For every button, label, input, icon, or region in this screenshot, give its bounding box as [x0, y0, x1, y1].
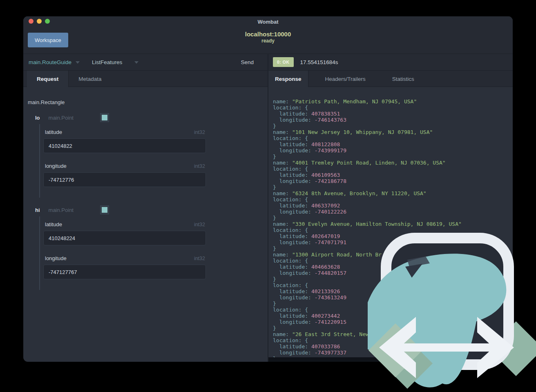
- message-set-checkbox[interactable]: [100, 206, 109, 214]
- method-select-value: ListFeatures: [92, 59, 122, 65]
- wombat-logo: [368, 228, 536, 392]
- request-pane: main.RouteGuide ListFeatures Send Reques…: [23, 54, 268, 362]
- field-proto-type: int32: [194, 163, 205, 169]
- header: Workspace localhost:10000 ready: [23, 27, 513, 53]
- hi-latitude-input[interactable]: [43, 231, 206, 245]
- chevron-down-icon: [134, 61, 138, 64]
- service-select-value: main.RouteGuide: [29, 59, 71, 65]
- send-button[interactable]: Send: [241, 59, 254, 65]
- server-address: localhost:10000: [23, 31, 513, 38]
- form-row-longitude: longitude int32: [43, 163, 206, 187]
- field-group-header: lo main.Point: [35, 112, 268, 123]
- tab-response[interactable]: Response: [268, 71, 308, 87]
- result-bar: 0: OK 17.554151684s: [268, 54, 513, 71]
- close-button[interactable]: [29, 19, 34, 24]
- request-tabbar: Request Metadata: [23, 71, 268, 87]
- connection-status: ready: [23, 38, 513, 44]
- field-type: main.Point: [49, 207, 74, 213]
- method-select[interactable]: ListFeatures: [92, 59, 138, 65]
- service-select[interactable]: main.RouteGuide: [29, 59, 80, 65]
- message-type-label: main.Rectangle: [28, 99, 268, 105]
- field-name: hi: [35, 207, 40, 213]
- field-group-lo: lo main.Point latitude int32: [28, 112, 268, 198]
- field-label: latitude: [45, 221, 62, 227]
- field-proto-type: int32: [194, 256, 205, 261]
- minimize-button[interactable]: [37, 19, 42, 24]
- field-label: latitude: [45, 129, 62, 135]
- server-address-block: localhost:10000 ready: [23, 31, 513, 44]
- zoom-button[interactable]: [45, 19, 50, 24]
- tab-headers-trailers[interactable]: Headers/Trailers: [315, 71, 375, 87]
- field-name: lo: [35, 115, 40, 121]
- call-duration: 17.554151684s: [300, 59, 338, 65]
- request-form: main.Rectangle lo main.Point latitude in…: [23, 87, 268, 290]
- field-group-hi: hi main.Point latitude int32: [28, 205, 268, 290]
- request-toolbar: main.RouteGuide ListFeatures Send: [23, 54, 268, 71]
- field-group-body: latitude int32 longitude int32: [39, 124, 268, 198]
- app-title: Wombat: [257, 19, 278, 25]
- response-tabbar: Response Headers/Trailers Statistics: [268, 71, 513, 87]
- hi-longitude-input[interactable]: [43, 265, 206, 279]
- message-set-checkbox[interactable]: [100, 114, 109, 122]
- field-label: longitude: [45, 163, 67, 169]
- lo-latitude-input[interactable]: [43, 138, 206, 153]
- form-row-latitude: latitude int32: [43, 129, 206, 153]
- status-badge: 0: OK: [273, 57, 294, 67]
- field-proto-type: int32: [194, 222, 205, 227]
- form-row-longitude: longitude int32: [43, 255, 206, 279]
- field-label: longitude: [45, 255, 67, 261]
- tab-request[interactable]: Request: [27, 71, 69, 87]
- traffic-lights: [29, 19, 50, 24]
- form-row-latitude: latitude int32: [43, 221, 206, 245]
- tab-metadata[interactable]: Metadata: [69, 71, 111, 87]
- field-group-header: hi main.Point: [35, 205, 268, 215]
- tab-statistics[interactable]: Statistics: [382, 71, 424, 87]
- lo-longitude-input[interactable]: [43, 172, 206, 187]
- chevron-down-icon: [76, 61, 80, 64]
- titlebar: Wombat: [23, 16, 513, 27]
- field-type: main.Point: [49, 115, 74, 121]
- field-proto-type: int32: [194, 129, 205, 135]
- field-group-body: latitude int32 longitude int32: [39, 216, 268, 290]
